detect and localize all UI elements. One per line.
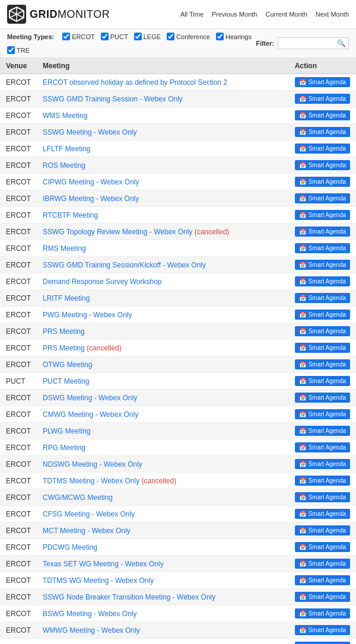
meeting-link[interactable]: LFLTF Meeting	[43, 145, 90, 153]
checkbox-tre-input[interactable]	[7, 46, 15, 54]
smart-agenda-button[interactable]: 📅 Smart Agenda	[295, 492, 350, 502]
smart-agenda-button[interactable]: 📅 Smart Agenda	[295, 592, 350, 602]
checkbox-tre[interactable]: TRE	[7, 46, 30, 54]
smart-agenda-button[interactable]: 📅 Smart Agenda	[295, 476, 350, 486]
meeting-link[interactable]: PUCT Meeting	[43, 377, 89, 385]
meeting-link[interactable]: OTWG Meeting	[43, 361, 92, 369]
meeting-link[interactable]: PLWG Meeting	[43, 427, 90, 435]
meeting-link[interactable]: ERCOT observed holiday as defined by Pro…	[43, 78, 227, 87]
smart-agenda-button[interactable]: 📅 Smart Agenda	[295, 575, 350, 585]
top-header: GRIDMONITOR All Time Previous Month Curr…	[0, 0, 356, 29]
meeting-link[interactable]: WMWG Meeting - Webex Only	[43, 626, 140, 635]
smart-agenda-button[interactable]: 📅 Smart Agenda	[295, 559, 350, 569]
meeting-link[interactable]: RMS Meeting	[43, 244, 86, 253]
smart-agenda-button[interactable]: 📅 Smart Agenda	[295, 393, 350, 403]
meeting-link[interactable]: RTCBTF Meeting	[43, 211, 98, 219]
meeting-link[interactable]: CWG/MCWG Meeting	[43, 493, 113, 502]
smart-agenda-button[interactable]: 📅 Smart Agenda	[295, 144, 350, 154]
checkbox-puct-input[interactable]	[101, 33, 109, 40]
smart-agenda-button[interactable]: 📅 Smart Agenda	[295, 459, 350, 469]
smart-agenda-button[interactable]: 📅 Smart Agenda	[295, 359, 350, 369]
smart-agenda-button[interactable]: 📅 Smart Agenda	[295, 260, 350, 270]
table-row: ERCOTSSWG Topology Review Meeting - Webe…	[0, 224, 356, 240]
calendar-icon: 📅	[299, 394, 306, 401]
meeting-link[interactable]: MCT Meeting - Webex Only	[43, 527, 131, 535]
smart-agenda-button[interactable]: 📅 Smart Agenda	[295, 409, 350, 419]
nav-nextmonth[interactable]: Next Month	[316, 11, 349, 18]
smart-agenda-button[interactable]: 📅 Smart Agenda	[295, 525, 350, 535]
checkbox-lege-input[interactable]	[134, 33, 142, 40]
smart-agenda-button[interactable]: 📅 Smart Agenda	[295, 193, 350, 203]
smart-agenda-button[interactable]: 📅 Smart Agenda	[295, 542, 350, 552]
meeting-link[interactable]: SSWG Topology Review Meeting - Webex Onl…	[43, 228, 192, 236]
nav-prevmonth[interactable]: Previous Month	[212, 11, 257, 18]
table-row: ERCOTCWG/MCWG Meeting📅 Smart Agenda	[0, 489, 356, 506]
meeting-link[interactable]: LRITF Meeting	[43, 294, 90, 302]
meeting-link[interactable]: SSWG GMD Training Session/Kickoff - Webe…	[43, 261, 206, 269]
smart-agenda-button[interactable]: 📅 Smart Agenda	[295, 177, 350, 187]
meeting-link[interactable]: PWG Meeting - Webex Only	[43, 311, 132, 319]
cell-meeting: SSWG Topology Review Meeting - Webex Onl…	[37, 224, 289, 240]
smart-agenda-button[interactable]: 📅 Smart Agenda	[295, 310, 350, 320]
meeting-link[interactable]: IBRWG Meeting - Webex Only	[43, 195, 139, 203]
smart-agenda-button[interactable]: 📅 Smart Agenda	[295, 326, 350, 336]
logo-bold: GRID	[30, 8, 58, 20]
smart-agenda-button[interactable]: 📅 Smart Agenda	[295, 608, 350, 619]
table-header: Venue Meeting Action	[0, 58, 356, 74]
cell-venue: ERCOT	[0, 639, 37, 645]
meeting-link[interactable]: PRS Meeting	[43, 327, 85, 336]
meeting-link[interactable]: SSWG GMD Training Session - Webex Only	[43, 95, 183, 103]
meeting-link[interactable]: ROS Meeting	[43, 161, 85, 170]
meeting-link[interactable]: CIPWG Meeting - Webex Only	[43, 178, 139, 186]
smart-agenda-button[interactable]: 📅 Smart Agenda	[295, 160, 350, 170]
smart-agenda-button[interactable]: 📅 Smart Agenda	[295, 293, 350, 303]
meeting-link[interactable]: TDTMS Meeting - Webex Only	[43, 477, 139, 485]
cell-meeting: CIPWG Meeting - Webex Only	[37, 174, 289, 190]
checkbox-conference[interactable]: Conference	[167, 33, 210, 40]
checkbox-conference-input[interactable]	[167, 33, 174, 40]
smart-agenda-button[interactable]: 📅 Smart Agenda	[295, 77, 350, 87]
meeting-link[interactable]: Demand Response Survey Workshop	[43, 278, 162, 286]
smart-agenda-button[interactable]: 📅 Smart Agenda	[295, 426, 350, 436]
smart-agenda-button[interactable]: 📅 Smart Agenda	[295, 642, 350, 644]
meeting-link[interactable]: Texas SET WG Meeting - Webex Only	[43, 560, 164, 568]
smart-agenda-button[interactable]: 📅 Smart Agenda	[295, 227, 350, 237]
smart-agenda-button[interactable]: 📅 Smart Agenda	[295, 376, 350, 386]
meeting-link[interactable]: WMS Meeting	[43, 111, 87, 120]
smart-agenda-button[interactable]: 📅 Smart Agenda	[295, 127, 350, 137]
meeting-link[interactable]: CFSG Meeting - Webex Only	[43, 510, 135, 518]
meeting-link[interactable]: RPG Meeting	[43, 444, 85, 452]
smart-agenda-button[interactable]: 📅 Smart Agenda	[295, 625, 350, 635]
calendar-icon: 📅	[299, 262, 306, 268]
logo-icon	[7, 5, 26, 24]
smart-agenda-button[interactable]: 📅 Smart Agenda	[295, 210, 350, 220]
checkbox-hearings[interactable]: Hearings	[216, 33, 252, 40]
meeting-link[interactable]: DSWG Meeting - Webex Only	[43, 394, 137, 402]
meeting-link[interactable]: SSWG Meeting - Webex Only	[43, 128, 137, 136]
nav-alltime[interactable]: All Time	[180, 11, 204, 18]
checkbox-lege[interactable]: LEGE	[134, 33, 161, 40]
meeting-link[interactable]: PRS Meeting	[43, 344, 85, 352]
meeting-link[interactable]: NDSWG Meeting - Webex Only	[43, 460, 142, 468]
smart-agenda-button[interactable]: 📅 Smart Agenda	[295, 276, 350, 286]
smart-agenda-button[interactable]: 📅 Smart Agenda	[295, 243, 350, 253]
cell-meeting: ROS Meeting	[37, 157, 289, 174]
meeting-link[interactable]: PDCWG Meeting	[43, 543, 97, 551]
nav-curmonth[interactable]: Current Month	[265, 11, 307, 18]
cell-venue: ERCOT	[0, 539, 37, 556]
meeting-link[interactable]: CMWG Meeting - Webex Only	[43, 410, 138, 419]
meeting-link[interactable]: BSWG Meeting - Webex Only	[43, 610, 137, 618]
smart-agenda-button[interactable]: 📅 Smart Agenda	[295, 110, 350, 120]
meeting-link[interactable]: TDTMS WG Meeting - Webex Only	[43, 576, 154, 585]
table-row: ERCOTROS Meeting📅 Smart Agenda	[0, 157, 356, 174]
checkbox-ercot-input[interactable]	[62, 33, 70, 40]
table-row: ERCOTSSWG Meeting - Webex Only📅 Smart Ag…	[0, 124, 356, 141]
smart-agenda-button[interactable]: 📅 Smart Agenda	[295, 343, 350, 353]
smart-agenda-button[interactable]: 📅 Smart Agenda	[295, 509, 350, 519]
checkbox-puct[interactable]: PUCT	[101, 33, 128, 40]
checkbox-hearings-input[interactable]	[216, 33, 224, 40]
meeting-link[interactable]: SSWG Node Breaker Transition Meeting - W…	[43, 593, 215, 601]
smart-agenda-button[interactable]: 📅 Smart Agenda	[295, 442, 350, 452]
checkbox-ercot[interactable]: ERCOT	[62, 33, 95, 40]
smart-agenda-button[interactable]: 📅 Smart Agenda	[295, 94, 350, 104]
